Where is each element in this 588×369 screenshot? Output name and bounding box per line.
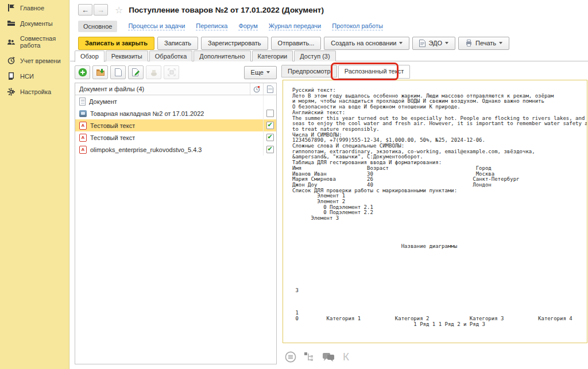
checkbox-cell [263, 143, 276, 156]
hierarchy-icon[interactable] [304, 351, 314, 363]
file-checkbox[interactable] [266, 134, 274, 141]
create-based-on-button[interactable]: Создать на основании [324, 37, 409, 50]
file-checkbox[interactable] [266, 122, 274, 129]
edo-label: ЭДО [428, 40, 442, 46]
register-button[interactable]: Зарегистрировать [201, 37, 268, 50]
scanner-frame-icon [168, 68, 176, 76]
tab-preview[interactable]: Предпросмотр [281, 65, 337, 77]
files-grid-header: Документ и файлы (4) [75, 83, 276, 95]
sidebar-item-documents[interactable]: Документы [0, 15, 69, 31]
tab-recognized-text[interactable]: Распознанный текст [338, 65, 411, 79]
tab-requisites[interactable]: Реквизиты [106, 51, 148, 61]
chevron-down-icon [266, 71, 270, 73]
edo-document-icon [419, 40, 425, 47]
save-and-close-button[interactable]: Записать и закрыть [78, 37, 154, 50]
files-panel: Еще Документ и файлы (4) Документ [75, 65, 277, 364]
nav-link-transfer-log[interactable]: Журнал передачи [269, 22, 321, 30]
file-label: Документ [89, 98, 117, 105]
forward-button[interactable] [94, 4, 108, 15]
sidebar-item-settings[interactable]: Настройка [0, 84, 69, 100]
sidebar-item-time-tracking[interactable]: Учет времени [0, 53, 69, 68]
nav-tab-main[interactable]: Основное [78, 21, 117, 32]
preview-panel: Предпросмотр Распознанный текст Русский … [281, 65, 588, 369]
file-cell: A Тестовый текст [75, 134, 263, 142]
file-checkbox[interactable] [266, 146, 274, 153]
sidebar-item-label: Совместная работа [20, 35, 65, 49]
checkbox-cell [263, 107, 276, 119]
sidebar-item-label: Настройка [20, 88, 51, 95]
file-cell: Документ [75, 98, 263, 106]
file-column-header[interactable] [263, 83, 276, 95]
printer-icon [465, 40, 473, 46]
load-from-disk-button[interactable] [92, 65, 108, 79]
blank-file-icon [115, 68, 122, 76]
add-icon [78, 68, 87, 77]
tab-categories[interactable]: Категории [252, 51, 293, 61]
discussion-list-icon[interactable] [285, 351, 296, 363]
flag-icon [7, 4, 15, 11]
send-button[interactable]: Отправить... [271, 37, 322, 50]
sidebar-item-main[interactable]: Главное [0, 0, 69, 15]
files-toolbar: Еще [75, 65, 277, 80]
file-cell: A olimpoks_enterprise_rukovodstvo_5.4.3 [75, 146, 263, 154]
file-checkbox[interactable] [266, 110, 274, 117]
chevron-down-icon [499, 42, 502, 44]
sidebar-item-label: Документы [20, 20, 53, 27]
save-copy-button[interactable] [146, 65, 161, 79]
create-based-on-label: Создать на основании [331, 40, 396, 46]
back-button[interactable] [78, 4, 92, 15]
print-button[interactable]: Печать [458, 37, 509, 50]
file-row-test-text-1[interactable]: A Тестовый текст [75, 119, 276, 131]
file-row-invoice[interactable]: Товарная накладная №2 от 17.01.2022 [75, 107, 276, 119]
main-area: Поступление товаров №2 от 17.01.2022 (До… [70, 0, 588, 369]
new-file-button[interactable] [110, 65, 126, 79]
favorite-star-icon[interactable] [115, 5, 123, 15]
nav-link-work-protocol[interactable]: Протокол работы [332, 22, 383, 30]
section-nav: Основное Процессы и задачи Переписка Фор… [78, 20, 383, 33]
tab-overview[interactable]: Обзор [75, 51, 105, 62]
nav-link-forum[interactable]: Форум [238, 22, 257, 30]
file-label: Тестовый текст [90, 134, 135, 141]
sidebar-item-label: Учет времени [20, 57, 61, 64]
edit-pencil-icon [132, 68, 140, 76]
edo-button[interactable]: ЭДО [412, 37, 455, 50]
document-icon [79, 98, 86, 106]
nav-link-correspondence[interactable]: Переписка [196, 22, 227, 30]
version-column-header[interactable] [250, 83, 263, 95]
add-file-button[interactable] [75, 65, 90, 79]
edit-file-button[interactable] [128, 65, 144, 79]
tab-access[interactable]: Доступ (3) [294, 51, 335, 61]
tab-processing[interactable]: Обработка [149, 51, 192, 61]
save-disabled-icon [150, 69, 158, 76]
folder-icon [7, 20, 15, 27]
file-label: Тестовый текст [90, 122, 135, 129]
file-row-document[interactable]: Документ [75, 95, 276, 107]
pdf-icon: A [79, 134, 87, 142]
command-bar: Записать и закрыть Записать Зарегистриро… [78, 36, 509, 50]
sidebar: Главное Документы Совместная работа Учет… [0, 0, 69, 369]
save-button[interactable]: Записать [157, 37, 198, 50]
tab-additional[interactable]: Дополнительно [194, 51, 250, 61]
checkbox-cell [263, 131, 276, 143]
page-title: Поступление товаров №2 от 17.01.2022 (До… [129, 6, 324, 14]
scanned-image-icon [79, 110, 87, 117]
document-tabs: Обзор Реквизиты Обработка Дополнительно … [70, 51, 588, 61]
people-icon [7, 38, 15, 46]
file-row-olimpoks[interactable]: A olimpoks_enterprise_rukovodstvo_5.4.3 [75, 143, 276, 156]
file-label: olimpoks_enterprise_rukovodstvo_5.4.3 [90, 146, 202, 153]
chat-bubbles-icon[interactable] [322, 351, 335, 363]
k-logo: К [343, 351, 349, 363]
file-cell: A Тестовый текст [75, 122, 263, 130]
scan-button[interactable] [164, 65, 179, 79]
nav-link-processes[interactable]: Процессы и задачи [128, 22, 185, 30]
chevron-down-icon [445, 42, 448, 44]
files-column-header[interactable]: Документ и файлы (4) [75, 86, 250, 92]
pdf-icon: A [79, 122, 87, 130]
clock-icon [7, 57, 15, 64]
sidebar-item-collaboration[interactable]: Совместная работа [0, 31, 69, 53]
sidebar-item-nsi[interactable]: НСИ [0, 68, 69, 84]
gear-icon [7, 88, 15, 96]
more-button[interactable]: Еще [244, 66, 277, 79]
recognized-text: Русский текст: Лето В этом году выдалось… [283, 80, 587, 331]
file-row-test-text-2[interactable]: A Тестовый текст [75, 131, 276, 143]
